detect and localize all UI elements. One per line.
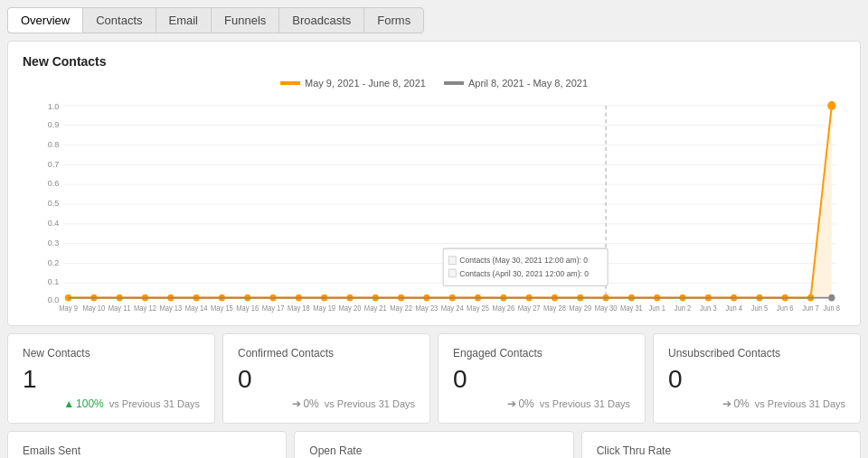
svg-text:0.6: 0.6 [48, 178, 60, 188]
stat-label-new-contacts: New Contacts [23, 347, 200, 360]
svg-text:0.4: 0.4 [48, 218, 60, 228]
svg-text:May 31: May 31 [620, 304, 643, 313]
svg-text:0.3: 0.3 [48, 237, 60, 247]
svg-rect-88 [448, 257, 456, 265]
stat-value-unsubscribed-contacts: 0 [668, 365, 845, 394]
stat-open-rate: Open Rate 0% ➔ 0% vs Previous 31 Days [294, 431, 573, 458]
svg-text:May 29: May 29 [569, 304, 591, 313]
svg-text:Jun 7: Jun 7 [802, 304, 819, 313]
chart-title: New Contacts [23, 54, 845, 69]
svg-text:Jun 8: Jun 8 [824, 304, 841, 313]
svg-text:May 22: May 22 [390, 304, 412, 313]
svg-text:May 25: May 25 [467, 304, 489, 313]
stat-value-confirmed-contacts: 0 [238, 365, 415, 394]
svg-text:0.8: 0.8 [48, 138, 60, 148]
stat-label-open-rate: Open Rate [309, 444, 558, 457]
svg-text:May 12: May 12 [134, 304, 156, 313]
stat-change-engaged-contacts: ➔ 0% [507, 397, 533, 410]
svg-text:May 16: May 16 [236, 304, 259, 313]
svg-text:Jun 5: Jun 5 [751, 304, 769, 313]
svg-text:0.1: 0.1 [48, 276, 60, 286]
stat-engaged-contacts: Engaged Contacts 0 ➔ 0% vs Previous 31 D… [438, 333, 646, 424]
stat-footer-engaged-contacts: ➔ 0% vs Previous 31 Days [453, 397, 630, 410]
stat-label-click-thru-rate: Click Thru Rate [597, 444, 845, 457]
svg-text:0.7: 0.7 [48, 158, 60, 168]
svg-text:May 13: May 13 [159, 304, 182, 313]
tab-broadcasts[interactable]: Broadcasts [278, 7, 363, 33]
svg-text:May 19: May 19 [313, 304, 335, 313]
svg-text:May 30: May 30 [595, 304, 618, 313]
stat-label-engaged-contacts: Engaged Contacts [453, 347, 630, 360]
chart-legend: May 9, 2021 - June 8, 2021 April 8, 2021… [23, 78, 845, 89]
stat-footer-label-1: vs Previous 31 Days [325, 398, 415, 409]
tab-overview[interactable]: Overview [7, 7, 82, 33]
arrow-right-icon-3: ➔ [722, 397, 731, 410]
arrow-right-icon-1: ➔ [292, 397, 301, 410]
chart-card: New Contacts May 9, 2021 - June 8, 2021 … [7, 41, 861, 326]
legend-line-orange [280, 81, 300, 85]
stat-unsubscribed-contacts: Unsubscribed Contacts 0 ➔ 0% vs Previous… [653, 333, 861, 424]
svg-text:May 21: May 21 [364, 304, 387, 313]
svg-text:Jun 1: Jun 1 [648, 304, 665, 313]
svg-text:0.2: 0.2 [48, 257, 60, 266]
svg-text:May 15: May 15 [211, 304, 233, 313]
svg-text:May 27: May 27 [518, 304, 541, 313]
legend-item-current: May 9, 2021 - June 8, 2021 [280, 78, 426, 89]
svg-text:May 11: May 11 [108, 304, 131, 313]
stat-confirmed-contacts: Confirmed Contacts 0 ➔ 0% vs Previous 31… [222, 333, 430, 424]
svg-text:May 9: May 9 [59, 304, 78, 313]
tab-forms[interactable]: Forms [363, 7, 424, 33]
svg-point-86 [829, 294, 835, 301]
svg-text:May 23: May 23 [415, 304, 438, 313]
svg-text:Contacts (April 30, 2021 12:00: Contacts (April 30, 2021 12:00 am): 0 [459, 268, 589, 277]
stat-new-contacts: New Contacts 1 ▲ 100% vs Previous 31 Day… [7, 333, 215, 424]
svg-text:Jun 3: Jun 3 [700, 304, 717, 313]
stat-change-unsubscribed-contacts: ➔ 0% [722, 397, 749, 410]
chart-area: 0.0 0.1 0.2 0.3 0.4 0.5 0.6 0.7 0.8 0.9 … [23, 96, 845, 313]
stats-row-1: New Contacts 1 ▲ 100% vs Previous 31 Day… [7, 333, 861, 424]
svg-text:May 17: May 17 [262, 304, 285, 313]
svg-text:May 18: May 18 [288, 304, 310, 313]
stat-click-thru-rate: Click Thru Rate 0% ➔ 0% vs Previous 31 D… [581, 431, 861, 458]
svg-rect-90 [448, 269, 456, 277]
stat-footer-label-3: vs Previous 31 Days [755, 398, 845, 409]
svg-text:May 26: May 26 [492, 304, 514, 313]
stat-label-confirmed-contacts: Confirmed Contacts [238, 347, 415, 360]
stats-row-2: Emails Sent 0 ➔ 0% vs Previous 31 Days O… [7, 431, 861, 458]
stat-value-new-contacts: 1 [23, 365, 200, 394]
svg-text:Jun 6: Jun 6 [777, 304, 794, 313]
tab-contacts[interactable]: Contacts [82, 7, 155, 33]
svg-text:1.0: 1.0 [48, 101, 60, 111]
svg-text:Contacts (May 30, 2021 12:00 a: Contacts (May 30, 2021 12:00 am): 0 [459, 256, 588, 265]
arrow-right-icon-2: ➔ [507, 397, 516, 410]
svg-text:0.9: 0.9 [48, 119, 60, 129]
stat-footer-new-contacts: ▲ 100% vs Previous 31 Days [23, 397, 200, 410]
svg-rect-87 [443, 248, 608, 285]
tab-bar: Overview Contacts Email Funnels Broadcas… [7, 7, 861, 33]
tab-email[interactable]: Email [156, 7, 212, 33]
stat-footer-confirmed-contacts: ➔ 0% vs Previous 31 Days [238, 397, 415, 410]
svg-text:0.5: 0.5 [48, 198, 60, 208]
svg-text:Jun 4: Jun 4 [725, 304, 742, 313]
stat-footer-label-2: vs Previous 31 Days [540, 398, 630, 409]
stat-change-new-contacts: ▲ 100% [63, 397, 104, 410]
stat-footer-unsubscribed-contacts: ➔ 0% vs Previous 31 Days [668, 397, 845, 410]
legend-label-previous: April 8, 2021 - May 8, 2021 [468, 78, 588, 89]
legend-line-gray [444, 81, 464, 85]
svg-text:May 28: May 28 [543, 304, 566, 313]
legend-label-current: May 9, 2021 - June 8, 2021 [305, 78, 426, 89]
svg-text:May 20: May 20 [339, 304, 362, 313]
svg-text:0.0: 0.0 [48, 294, 60, 304]
tab-funnels[interactable]: Funnels [211, 7, 278, 33]
svg-text:Jun 2: Jun 2 [675, 304, 692, 313]
stat-value-engaged-contacts: 0 [453, 365, 630, 394]
stat-emails-sent: Emails Sent 0 ➔ 0% vs Previous 31 Days [7, 431, 287, 458]
svg-text:May 14: May 14 [185, 304, 208, 313]
stat-footer-label-0: vs Previous 31 Days [109, 398, 200, 409]
chart-svg: 0.0 0.1 0.2 0.3 0.4 0.5 0.6 0.7 0.8 0.9 … [23, 96, 845, 313]
svg-text:May 24: May 24 [441, 304, 464, 313]
stat-label-emails-sent: Emails Sent [23, 444, 271, 457]
stat-label-unsubscribed-contacts: Unsubscribed Contacts [668, 347, 845, 360]
svg-text:May 10: May 10 [82, 304, 105, 313]
legend-item-previous: April 8, 2021 - May 8, 2021 [444, 78, 588, 89]
